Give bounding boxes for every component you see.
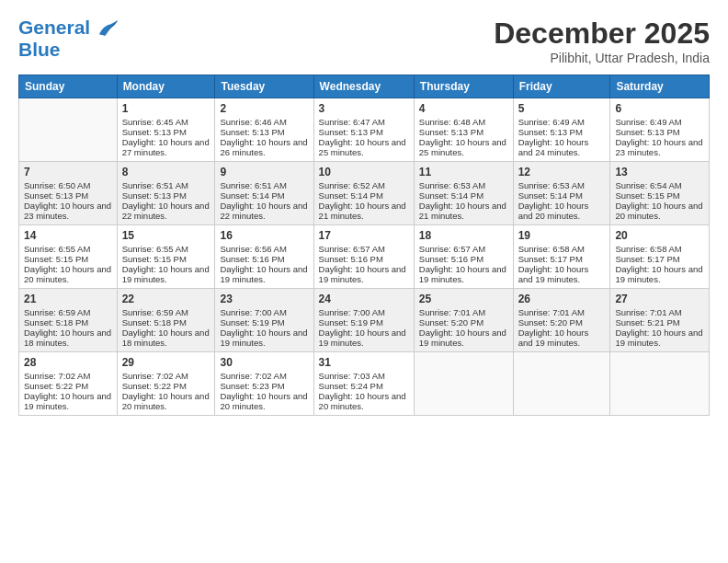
daylight-text: Daylight: 10 hours and 19 minutes. bbox=[419, 264, 508, 284]
day-number: 18 bbox=[419, 229, 508, 242]
day-number: 16 bbox=[220, 229, 308, 242]
col-saturday: Saturday bbox=[610, 75, 710, 98]
sunrise-text: Sunrise: 6:49 AM bbox=[518, 117, 606, 127]
page: General Blue December 2025 Pilibhit, Utt… bbox=[0, 0, 728, 563]
calendar-cell: 5Sunrise: 6:49 AMSunset: 5:13 PMDaylight… bbox=[513, 98, 610, 162]
calendar-cell bbox=[414, 352, 513, 416]
calendar-cell: 11Sunrise: 6:53 AMSunset: 5:14 PMDayligh… bbox=[414, 162, 513, 225]
sunrise-text: Sunrise: 6:53 AM bbox=[518, 180, 606, 190]
sunset-text: Sunset: 5:21 PM bbox=[615, 317, 704, 327]
sunrise-text: Sunrise: 6:59 AM bbox=[24, 307, 112, 317]
day-number: 11 bbox=[419, 166, 508, 178]
daylight-text: Daylight: 10 hours and 24 minutes. bbox=[518, 137, 606, 157]
sunrise-text: Sunrise: 6:58 AM bbox=[518, 244, 606, 254]
location-subtitle: Pilibhit, Uttar Pradesh, India bbox=[494, 51, 710, 65]
daylight-text: Daylight: 10 hours and 18 minutes. bbox=[122, 327, 210, 348]
calendar-cell: 2Sunrise: 6:46 AMSunset: 5:13 PMDaylight… bbox=[215, 98, 313, 162]
daylight-text: Daylight: 10 hours and 25 minutes. bbox=[419, 137, 508, 157]
day-number: 7 bbox=[24, 166, 112, 178]
calendar-cell: 1Sunrise: 6:45 AMSunset: 5:13 PMDaylight… bbox=[117, 98, 215, 162]
calendar-cell: 8Sunrise: 6:51 AMSunset: 5:13 PMDaylight… bbox=[117, 162, 215, 225]
daylight-text: Daylight: 10 hours and 23 minutes. bbox=[24, 201, 112, 221]
calendar-table: Sunday Monday Tuesday Wednesday Thursday… bbox=[18, 75, 710, 416]
sunrise-text: Sunrise: 6:47 AM bbox=[319, 117, 409, 127]
sunrise-text: Sunrise: 6:48 AM bbox=[419, 117, 508, 127]
calendar-week-row: 28Sunrise: 7:02 AMSunset: 5:22 PMDayligh… bbox=[19, 352, 710, 416]
sunset-text: Sunset: 5:24 PM bbox=[319, 381, 409, 391]
daylight-text: Daylight: 10 hours and 19 minutes. bbox=[518, 264, 606, 284]
sunrise-text: Sunrise: 7:01 AM bbox=[615, 307, 704, 317]
sunrise-text: Sunrise: 6:53 AM bbox=[419, 180, 508, 190]
calendar-week-row: 14Sunrise: 6:55 AMSunset: 5:15 PMDayligh… bbox=[19, 225, 710, 289]
sunset-text: Sunset: 5:17 PM bbox=[518, 254, 606, 264]
calendar-cell: 7Sunrise: 6:50 AMSunset: 5:13 PMDaylight… bbox=[19, 162, 118, 225]
sunrise-text: Sunrise: 6:57 AM bbox=[419, 244, 508, 254]
calendar-cell: 4Sunrise: 6:48 AMSunset: 5:13 PMDaylight… bbox=[414, 98, 513, 162]
daylight-text: Daylight: 10 hours and 21 minutes. bbox=[319, 201, 409, 221]
day-number: 25 bbox=[419, 293, 508, 305]
sunset-text: Sunset: 5:18 PM bbox=[122, 317, 210, 327]
sunrise-text: Sunrise: 6:45 AM bbox=[122, 117, 210, 127]
calendar-cell: 6Sunrise: 6:49 AMSunset: 5:13 PMDaylight… bbox=[610, 98, 710, 162]
day-number: 9 bbox=[220, 166, 308, 178]
calendar-header-row: Sunday Monday Tuesday Wednesday Thursday… bbox=[19, 75, 710, 98]
calendar-cell: 23Sunrise: 7:00 AMSunset: 5:19 PMDayligh… bbox=[215, 289, 313, 352]
daylight-text: Daylight: 10 hours and 26 minutes. bbox=[220, 137, 308, 157]
logo-general: General bbox=[18, 17, 90, 38]
sunset-text: Sunset: 5:14 PM bbox=[518, 190, 606, 201]
day-number: 24 bbox=[319, 293, 409, 305]
sunrise-text: Sunrise: 6:59 AM bbox=[122, 307, 210, 317]
sunset-text: Sunset: 5:20 PM bbox=[419, 317, 508, 327]
day-number: 31 bbox=[319, 356, 409, 369]
calendar-week-row: 21Sunrise: 6:59 AMSunset: 5:18 PMDayligh… bbox=[19, 289, 710, 352]
calendar-cell: 14Sunrise: 6:55 AMSunset: 5:15 PMDayligh… bbox=[19, 225, 118, 289]
daylight-text: Daylight: 10 hours and 18 minutes. bbox=[24, 327, 112, 348]
header: General Blue December 2025 Pilibhit, Utt… bbox=[18, 17, 710, 65]
logo: General Blue bbox=[18, 17, 119, 62]
calendar-cell: 9Sunrise: 6:51 AMSunset: 5:14 PMDaylight… bbox=[215, 162, 313, 225]
col-wednesday: Wednesday bbox=[313, 75, 414, 98]
sunset-text: Sunset: 5:17 PM bbox=[615, 254, 704, 264]
sunrise-text: Sunrise: 6:56 AM bbox=[220, 244, 308, 254]
sunset-text: Sunset: 5:13 PM bbox=[220, 127, 308, 137]
sunrise-text: Sunrise: 7:03 AM bbox=[319, 371, 409, 381]
daylight-text: Daylight: 10 hours and 20 minutes. bbox=[615, 201, 704, 221]
sunrise-text: Sunrise: 6:57 AM bbox=[319, 244, 409, 254]
daylight-text: Daylight: 10 hours and 19 minutes. bbox=[220, 264, 308, 284]
calendar-week-row: 7Sunrise: 6:50 AMSunset: 5:13 PMDaylight… bbox=[19, 162, 710, 225]
col-thursday: Thursday bbox=[414, 75, 513, 98]
day-number: 27 bbox=[615, 293, 704, 305]
daylight-text: Daylight: 10 hours and 19 minutes. bbox=[615, 264, 704, 284]
day-number: 29 bbox=[122, 356, 210, 369]
sunrise-text: Sunrise: 7:02 AM bbox=[220, 371, 308, 381]
calendar-cell bbox=[19, 98, 118, 162]
daylight-text: Daylight: 10 hours and 19 minutes. bbox=[220, 327, 308, 348]
day-number: 23 bbox=[220, 293, 308, 305]
daylight-text: Daylight: 10 hours and 19 minutes. bbox=[518, 327, 606, 348]
sunset-text: Sunset: 5:15 PM bbox=[24, 254, 112, 264]
day-number: 14 bbox=[24, 229, 112, 242]
calendar-cell: 19Sunrise: 6:58 AMSunset: 5:17 PMDayligh… bbox=[513, 225, 610, 289]
sunrise-text: Sunrise: 6:46 AM bbox=[220, 117, 308, 127]
day-number: 10 bbox=[319, 166, 409, 178]
sunset-text: Sunset: 5:16 PM bbox=[319, 254, 409, 264]
calendar-cell: 22Sunrise: 6:59 AMSunset: 5:18 PMDayligh… bbox=[117, 289, 215, 352]
sunset-text: Sunset: 5:14 PM bbox=[319, 190, 409, 201]
sunrise-text: Sunrise: 6:51 AM bbox=[122, 180, 210, 190]
daylight-text: Daylight: 10 hours and 23 minutes. bbox=[615, 137, 704, 157]
calendar-cell: 25Sunrise: 7:01 AMSunset: 5:20 PMDayligh… bbox=[414, 289, 513, 352]
sunrise-text: Sunrise: 6:58 AM bbox=[615, 244, 704, 254]
day-number: 13 bbox=[615, 166, 704, 178]
calendar-cell: 28Sunrise: 7:02 AMSunset: 5:22 PMDayligh… bbox=[19, 352, 118, 416]
day-number: 22 bbox=[122, 293, 210, 305]
sunset-text: Sunset: 5:22 PM bbox=[24, 381, 112, 391]
sunset-text: Sunset: 5:13 PM bbox=[615, 127, 704, 137]
sunrise-text: Sunrise: 7:01 AM bbox=[518, 307, 606, 317]
month-title: December 2025 bbox=[494, 17, 710, 51]
day-number: 3 bbox=[319, 102, 409, 115]
daylight-text: Daylight: 10 hours and 19 minutes. bbox=[122, 264, 210, 284]
sunrise-text: Sunrise: 7:02 AM bbox=[24, 371, 112, 381]
day-number: 20 bbox=[615, 229, 704, 242]
sunset-text: Sunset: 5:15 PM bbox=[122, 254, 210, 264]
daylight-text: Daylight: 10 hours and 27 minutes. bbox=[122, 137, 210, 157]
